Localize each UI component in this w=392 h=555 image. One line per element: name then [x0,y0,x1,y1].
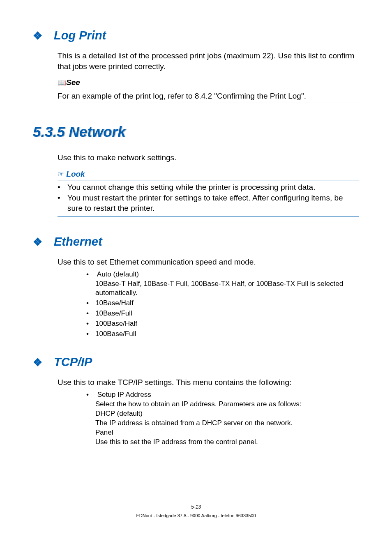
look-item: You must restart the printer for setting… [58,193,359,214]
title-log-print: Log Print [54,29,106,42]
ethernet-body: Use this to set Ethernet communication s… [58,257,359,267]
page-number: 5-13 [33,504,359,510]
item-label: 100Base/Full [95,330,136,338]
network-body: Use this to make network settings. [58,152,359,163]
hand-icon: ☞ [58,170,64,178]
see-header: 📖See [58,78,359,89]
see-content: For an example of the print log, refer t… [58,89,359,104]
footer-line: EDNord - Istedgade 37 A - 9000 Aalborg -… [33,513,359,518]
item-label: 10Base/Full [95,309,132,317]
see-block: 📖See For an example of the print log, re… [58,78,359,103]
item-label: 10Base/Half [95,299,134,307]
heading-tcpip: ❖ TCP/IP [33,355,359,369]
look-content: You cannot change this setting while the… [58,180,359,216]
item-subtext: Select the how to obtain an IP address. … [95,400,359,447]
look-block: ☞ Look You cannot change this setting wh… [58,170,359,216]
see-label: See [66,78,80,87]
title-tcpip: TCP/IP [54,355,92,369]
list-item: 10Base/Half [86,299,359,308]
item-subtext: 10Base-T Half, 10Base-T Full, 100Base-TX… [95,279,359,298]
look-item: You cannot change this setting while the… [58,182,359,193]
page-container: ❖ Log Print This is a detailed list of t… [0,0,392,534]
item-label: Setup IP Address [97,391,151,398]
ethernet-list: Auto (default) 10Base-T Half, 10Base-T F… [86,270,359,339]
diamond-icon: ❖ [33,236,42,249]
list-item: 100Base/Half [86,319,359,329]
heading-network: 5.3.5 Network [33,124,359,140]
heading-log-print: ❖ Log Print [33,29,359,42]
list-item: 100Base/Full [86,329,359,339]
book-icon: 📖 [58,79,66,87]
item-label: Auto (default) [97,270,139,278]
look-header: ☞ Look [58,170,359,180]
list-item: Setup IP Address Select the how to obtai… [86,390,359,447]
title-ethernet: Ethernet [54,235,102,249]
tcpip-body: Use this to make TCP/IP settings. This m… [58,377,359,388]
look-label: Look [64,170,85,178]
logprint-body: This is a detailed list of the processed… [58,51,359,71]
list-item: Auto (default) 10Base-T Half, 10Base-T F… [86,270,359,298]
footer: 5-13 EDNord - Istedgade 37 A - 9000 Aalb… [33,504,359,518]
look-list: You cannot change this setting while the… [58,182,359,214]
item-label: 100Base/Half [95,320,137,327]
tcpip-list: Setup IP Address Select the how to obtai… [86,390,359,447]
diamond-icon: ❖ [33,356,42,369]
heading-ethernet: ❖ Ethernet [33,235,359,249]
list-item: 10Base/Full [86,309,359,318]
diamond-icon: ❖ [33,30,42,42]
